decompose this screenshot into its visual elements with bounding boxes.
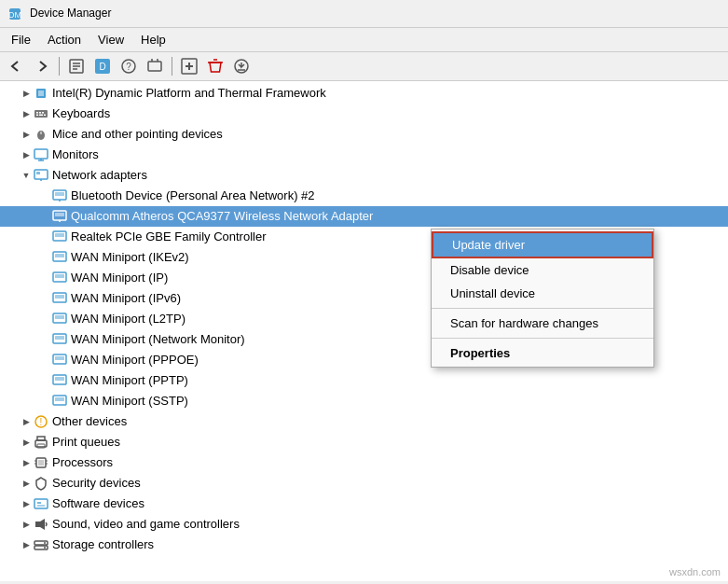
tree-item-other[interactable]: ▶ ! Other devices xyxy=(0,411,728,432)
menu-file[interactable]: File xyxy=(4,30,38,49)
add-hardware-button[interactable] xyxy=(177,55,201,77)
context-menu-uninstall-device[interactable]: Uninstall device xyxy=(432,282,653,305)
tree-item-network[interactable]: ▼ Network adapters xyxy=(0,165,728,186)
svg-text:!: ! xyxy=(40,417,43,427)
tree-label-storage: Storage controllers xyxy=(52,537,154,551)
tree-item-sound[interactable]: ▶ Sound, video and game controllers xyxy=(0,514,728,535)
mouse-icon xyxy=(34,127,48,142)
network-adapter-icon-qualcomm xyxy=(52,209,67,224)
svg-point-79 xyxy=(44,547,46,549)
remove-driver-button[interactable] xyxy=(203,55,227,77)
svg-rect-31 xyxy=(34,149,48,159)
menu-bar: File Action View Help xyxy=(0,28,728,52)
tree-item-intel[interactable]: ▶ Intel(R) Dynamic Platform and Thermal … xyxy=(0,83,728,104)
tree-label-wan-pptp: WAN Miniport (PPTP) xyxy=(71,373,188,387)
help-toolbar-button[interactable]: ? xyxy=(117,55,141,77)
toggle-other[interactable]: ▶ xyxy=(19,414,34,429)
tree-label-wan-ipv6: WAN Miniport (IPv6) xyxy=(71,291,181,305)
svg-rect-42 xyxy=(55,213,64,216)
svg-rect-25 xyxy=(42,112,44,114)
toggle-intel[interactable]: ▶ xyxy=(19,86,34,101)
printer-icon xyxy=(34,435,48,450)
tree-label-monitors: Monitors xyxy=(52,147,99,161)
tree-label-processors: Processors xyxy=(52,455,113,469)
svg-rect-10 xyxy=(148,62,161,71)
tree-item-print[interactable]: ▶ Print queues xyxy=(0,432,728,452)
context-menu-disable-device[interactable]: Disable device xyxy=(432,258,653,282)
tree-item-monitors[interactable]: ▶ Monitors xyxy=(0,145,728,165)
network-adapter-icon-wan1 xyxy=(52,250,67,265)
tree-item-qualcomm[interactable]: ▶ Qualcomm Atheros QCA9377 Wireless Netw… xyxy=(0,206,728,227)
title-bar-icon: DM xyxy=(7,6,22,21)
tree-item-processors[interactable]: ▶ Processors xyxy=(0,452,728,473)
tree-item-mice[interactable]: ▶ Mice and other pointing devices xyxy=(0,124,728,145)
monitor-icon xyxy=(34,147,48,162)
svg-rect-44 xyxy=(55,233,64,237)
chip-icon xyxy=(34,86,48,101)
watermark: wsxdn.com xyxy=(669,566,721,577)
svg-rect-27 xyxy=(39,114,43,116)
svg-rect-23 xyxy=(36,112,38,114)
security-icon xyxy=(34,476,48,491)
tree-item-bluetooth[interactable]: ▶ Bluetooth Device (Personal Area Networ… xyxy=(0,186,728,206)
forward-button[interactable] xyxy=(30,55,54,77)
svg-rect-54 xyxy=(55,336,64,340)
context-menu-update-driver[interactable]: Update driver xyxy=(432,231,653,258)
svg-rect-24 xyxy=(39,112,41,114)
tree-item-security[interactable]: ▶ Security devices xyxy=(0,473,728,494)
tree-label-intel: Intel(R) Dynamic Platform and Thermal Fr… xyxy=(52,86,326,100)
toolbar-sep2 xyxy=(172,57,172,76)
tree-label-bluetooth: Bluetooth Device (Personal Area Network)… xyxy=(71,188,315,202)
update-driver-toolbar-button[interactable]: D xyxy=(90,55,115,77)
toggle-storage[interactable]: ▶ xyxy=(19,537,34,552)
context-menu-scan-hardware[interactable]: Scan for hardware changes xyxy=(432,312,653,335)
toggle-software[interactable]: ▶ xyxy=(19,496,34,511)
tree-label-realtek: Realtek PCIe GBE Family Controller xyxy=(71,229,267,243)
tree-item-keyboards[interactable]: ▶ Keyboards xyxy=(0,104,728,124)
svg-text:D: D xyxy=(99,62,105,72)
svg-rect-67 xyxy=(38,460,44,466)
network-adapter-icon-wan3 xyxy=(52,291,67,306)
tree-label-wan-ikev2: WAN Miniport (IKEv2) xyxy=(71,250,189,264)
back-button[interactable] xyxy=(4,55,28,77)
network-adapter-icon-wan2 xyxy=(52,271,67,285)
toggle-monitors[interactable]: ▶ xyxy=(19,147,34,162)
tree-label-wan-sstp: WAN Miniport (SSTP) xyxy=(71,394,188,408)
svg-rect-22 xyxy=(34,110,48,118)
toggle-mice[interactable]: ▶ xyxy=(19,127,34,142)
network-adapter-icon-wan7 xyxy=(52,373,67,388)
tree-item-software[interactable]: ▶ Software devices xyxy=(0,494,728,514)
svg-rect-48 xyxy=(55,274,64,278)
tree-label-wan-l2tp: WAN Miniport (L2TP) xyxy=(71,312,185,326)
toggle-processors[interactable]: ▶ xyxy=(19,455,34,470)
tree-label-qualcomm: Qualcomm Atheros QCA9377 Wireless Networ… xyxy=(71,209,373,223)
tree-item-wan-pptp[interactable]: ▶ WAN Miniport (PPTP) xyxy=(0,370,728,391)
toggle-security[interactable]: ▶ xyxy=(19,476,34,491)
svg-rect-56 xyxy=(55,356,64,360)
svg-rect-39 xyxy=(55,192,64,196)
context-menu-properties[interactable]: Properties xyxy=(432,341,653,365)
network-adapter-icon-wan8 xyxy=(52,394,67,409)
download-button[interactable] xyxy=(229,55,254,77)
properties-toolbar-button[interactable] xyxy=(64,55,89,77)
network-adapter-icon-realtek xyxy=(52,229,67,244)
tree-label-sound: Sound, video and game controllers xyxy=(52,517,240,531)
toggle-network[interactable]: ▼ xyxy=(19,168,34,183)
toggle-keyboards[interactable]: ▶ xyxy=(19,106,34,121)
tree-item-wan-sstp[interactable]: ▶ WAN Miniport (SSTP) xyxy=(0,391,728,411)
menu-help[interactable]: Help xyxy=(133,30,173,49)
tree-item-storage[interactable]: ▶ Storage controllers xyxy=(0,535,728,555)
toggle-print[interactable]: ▶ xyxy=(19,435,34,450)
menu-action[interactable]: Action xyxy=(40,30,89,49)
scan-toolbar-button[interactable] xyxy=(143,55,167,77)
context-menu-separator-2 xyxy=(432,338,653,339)
tree-label-keyboards: Keyboards xyxy=(52,106,110,120)
network-adapter-icon-wan6 xyxy=(52,353,67,368)
menu-view[interactable]: View xyxy=(90,30,131,49)
svg-rect-21 xyxy=(38,90,44,96)
sound-icon xyxy=(34,517,48,532)
tree-label-software: Software devices xyxy=(52,496,144,510)
toggle-sound[interactable]: ▶ xyxy=(19,517,34,532)
storage-icon xyxy=(34,537,48,552)
svg-rect-58 xyxy=(55,377,64,381)
